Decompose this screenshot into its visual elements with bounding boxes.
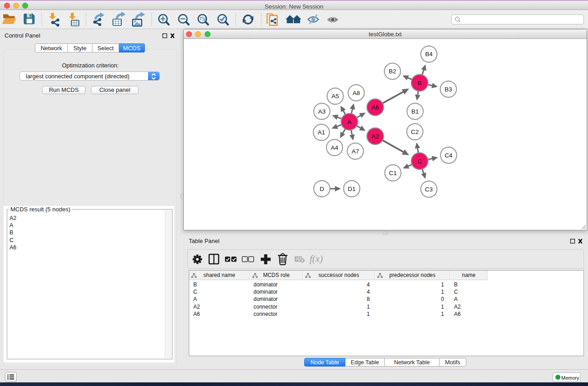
svg-text:A5: A5 <box>331 93 339 100</box>
svg-text:C: C <box>417 158 422 165</box>
svg-text:B4: B4 <box>425 51 433 57</box>
svg-text:C2: C2 <box>411 129 419 135</box>
svg-text:A3: A3 <box>318 108 326 115</box>
svg-text:D: D <box>320 186 324 192</box>
svg-text:A8: A8 <box>353 90 360 96</box>
svg-text:A: A <box>347 119 351 125</box>
svg-text:A7: A7 <box>352 148 359 155</box>
svg-text:A1: A1 <box>318 129 325 136</box>
svg-text:C1: C1 <box>389 170 397 176</box>
svg-text:A2: A2 <box>372 133 379 140</box>
svg-text:B1: B1 <box>411 108 419 115</box>
svg-text:C4: C4 <box>445 152 453 159</box>
svg-text:B: B <box>417 80 421 86</box>
svg-text:B3: B3 <box>445 86 452 93</box>
svg-text:D1: D1 <box>348 186 355 192</box>
svg-text:A6: A6 <box>372 104 379 111</box>
svg-text:B2: B2 <box>389 68 397 75</box>
svg-text:A4: A4 <box>331 144 339 151</box>
svg-text:C3: C3 <box>425 186 433 193</box>
